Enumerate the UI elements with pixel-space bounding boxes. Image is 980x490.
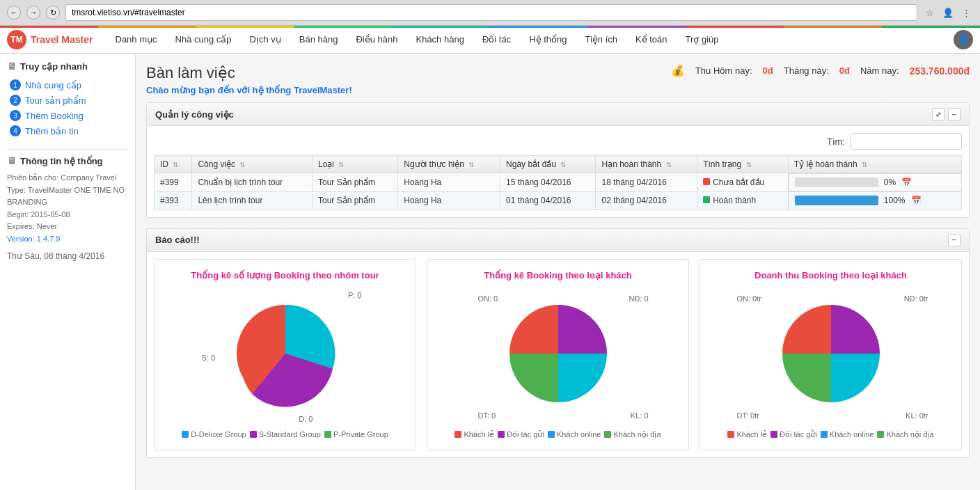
nav-tien-ich[interactable]: Tiện ích xyxy=(576,29,626,50)
chart1-container: P: 0 S: 0 D: 0 xyxy=(165,291,405,423)
calendar-icon[interactable]: 📅 xyxy=(901,177,912,187)
chart-doanh-thu: Doanh thu Booking theo loại khách ON: 0t… xyxy=(700,259,962,450)
page-subtitle: Chào mừng bạn đến với hệ thống TravelMas… xyxy=(146,85,352,95)
sidebar-item-them-ban-tin[interactable]: 4 Thêm bản tin xyxy=(7,123,128,139)
legend-dot-deluxe xyxy=(182,431,189,438)
chart3-label-nd: NĐ: 0tr xyxy=(904,294,928,303)
nav-danh-muc[interactable]: Danh mục xyxy=(107,29,166,50)
cell-han-hoan-thanh: 02 tháng 04/2016 xyxy=(596,191,697,210)
report-panel-header: Báo cáo!!! − xyxy=(147,229,969,252)
legend3-khach-online: Khách online xyxy=(821,430,874,439)
task-panel: Quản lý công việc ⤢ − Tìm: ID ⇅ Công việ… xyxy=(146,102,970,218)
nav-he-thong[interactable]: Hệ thống xyxy=(521,29,575,50)
col-ngay-bat-dau[interactable]: Ngày bắt đầu ⇅ xyxy=(500,156,596,173)
status-dot xyxy=(703,196,710,203)
legend2-dot-khach-noi-dia xyxy=(604,431,611,438)
chart-booking-loai-khach: Thống kê Booking theo loại khách ON: 0 xyxy=(427,259,689,450)
table-row: #393 Lên lịch trình tour Tour Sản phẩm H… xyxy=(155,191,962,210)
sidebar-number-1: 1 xyxy=(10,79,21,90)
stats-month-value: 0đ xyxy=(839,65,850,76)
sidebar-item-them-booking[interactable]: 3 Thêm Booking xyxy=(7,108,128,123)
brand: TM Travel Master xyxy=(7,30,93,49)
report-panel: Báo cáo!!! − Thống kê số lượng Booking t… xyxy=(146,228,970,458)
cell-nguoi: Hoang Ha xyxy=(398,173,500,192)
progress-bar-container xyxy=(795,177,878,187)
calendar-icon[interactable]: 📅 xyxy=(911,196,922,205)
col-id[interactable]: ID ⇅ xyxy=(155,156,192,173)
col-cong-viec[interactable]: Công việc ⇅ xyxy=(192,156,313,173)
cell-ngay-bat-dau: 15 tháng 04/2016 xyxy=(500,173,596,192)
page-header-left: Bàn làm việc Chào mừng bạn đến với hệ th… xyxy=(146,64,352,95)
legend3-khach-le: Khách lẻ xyxy=(727,430,767,439)
col-tinh-trang[interactable]: Tình trạng ⇅ xyxy=(697,156,789,173)
stats-month-label: Tháng này: xyxy=(784,65,829,76)
legend3-dot-doi-tac xyxy=(770,431,777,438)
chart1-svg xyxy=(230,298,341,409)
chart2-title: Thống kê Booking theo loại khách xyxy=(438,270,678,280)
back-button[interactable]: ← xyxy=(7,6,21,19)
search-label: Tìm: xyxy=(827,136,845,147)
sidebar-item-tour-san-pham[interactable]: 2 Tour sản phẩm xyxy=(7,93,128,108)
search-bar: Tìm: xyxy=(154,133,962,150)
col-nguoi[interactable]: Người thực hiện ⇅ xyxy=(398,156,500,173)
nav-items: Danh mục Nhà cung cấp Dịch vụ Bán hàng Đ… xyxy=(107,29,954,50)
expand-icon[interactable]: ⤢ xyxy=(932,108,945,120)
collapse-icon[interactable]: − xyxy=(948,108,961,120)
col-han-hoan-thanh[interactable]: Hạn hoàn thành ⇅ xyxy=(596,156,697,173)
sidebar: 🖥 Truy cập nhanh 1 Nhà cung cấp 2 Tour s… xyxy=(0,54,136,490)
quick-access-title: 🖥 Truy cập nhanh xyxy=(7,61,128,72)
sidebar-item-nha-cung-cap[interactable]: 1 Nhà cung cấp xyxy=(7,77,128,93)
nav-tro-giup[interactable]: Trợ giúp xyxy=(677,29,727,50)
legend2-khach-le: Khách lẻ xyxy=(455,430,494,439)
progress-label: 100% xyxy=(884,196,906,205)
nav-ke-toan[interactable]: Kế toán xyxy=(627,29,676,50)
user-icon[interactable]: 👤 xyxy=(954,30,973,49)
nav-dieu-hanh[interactable]: Điều hành xyxy=(347,29,406,50)
cell-ngay-bat-dau: 01 tháng 04/2016 xyxy=(500,191,596,210)
url-bar[interactable] xyxy=(65,4,917,21)
chart3-label-on: ON: 0tr xyxy=(737,294,761,303)
legend2-dot-khach-le xyxy=(455,431,461,438)
chart3-legend: Khách lẻ Đối tác gửi Khách online xyxy=(711,430,951,439)
main-layout: 🖥 Truy cập nhanh 1 Nhà cung cấp 2 Tour s… xyxy=(0,54,980,490)
stats-year-value: 253.760.000đ xyxy=(910,65,970,77)
col-ty-le[interactable]: Tỷ lệ hoàn thành ⇅ xyxy=(788,156,961,173)
col-loai[interactable]: Loại ⇅ xyxy=(312,156,397,173)
legend3-dot-khach-online xyxy=(821,431,828,438)
chart-booking-tour: Thống kê số lượng Booking theo nhóm tour xyxy=(154,259,416,450)
report-collapse-icon[interactable]: − xyxy=(948,234,961,246)
user-account-icon[interactable]: 👤 xyxy=(941,6,955,19)
nav-ban-hang[interactable]: Bán hàng xyxy=(291,29,347,50)
nav-khach-hang[interactable]: Khách hàng xyxy=(407,29,472,50)
quick-access-section: 🖥 Truy cập nhanh 1 Nhà cung cấp 2 Tour s… xyxy=(7,61,128,139)
forward-button[interactable]: → xyxy=(26,6,40,19)
progress-bar-container xyxy=(795,196,878,205)
chart1-legend: D-Deluxe Group S-Standard Group P-Privat… xyxy=(165,430,405,438)
nav-nha-cung-cap[interactable]: Nhà cung cấp xyxy=(167,29,240,50)
task-table: ID ⇅ Công việc ⇅ Loại ⇅ Người thực hiện … xyxy=(154,155,962,210)
chart1-title: Thống kê số lượng Booking theo nhóm tour xyxy=(165,270,405,280)
system-info-section: 🖥 Thông tin hệ thống Phiên bản cho: Comp… xyxy=(7,155,128,261)
nav-dich-vu[interactable]: Dịch vụ xyxy=(242,29,290,50)
nav-doi-tac[interactable]: Đối tác xyxy=(474,29,519,50)
cell-loai: Tour Sản phẩm xyxy=(312,173,397,192)
cell-cong-viec: Chuẩn bị lịch trình tour xyxy=(192,173,313,192)
cell-cong-viec: Lên lịch trình tour xyxy=(192,191,313,210)
menu-icon[interactable]: ⋮ xyxy=(959,6,973,19)
sidebar-number-3: 3 xyxy=(10,110,21,121)
legend-private: P-Private Group xyxy=(324,430,388,438)
chart3-svg xyxy=(775,298,887,409)
progress-bar-fill xyxy=(795,196,878,205)
version-link[interactable]: Version: 1.4.7.9 xyxy=(7,233,128,246)
refresh-button[interactable]: ↻ xyxy=(46,6,60,19)
chart3-container: ON: 0tr NĐ: 0tr DT: 0tr KL: 0tr xyxy=(711,291,951,423)
legend2-doi-tac: Đối tác gửi xyxy=(498,430,544,439)
chart2-label-dt: DT: 0 xyxy=(478,411,496,420)
bookmark-icon[interactable]: ☆ xyxy=(923,6,937,19)
search-input[interactable] xyxy=(851,133,962,150)
table-row: #399 Chuẩn bị lịch trình tour Tour Sản p… xyxy=(155,173,962,192)
panel-header-icons: ⤢ − xyxy=(932,108,961,120)
cell-tinh-trang: Chưa bắt đầu xyxy=(697,173,789,192)
chart3-label-kl: KL: 0tr xyxy=(906,411,928,420)
sidebar-number-4: 4 xyxy=(10,125,21,136)
